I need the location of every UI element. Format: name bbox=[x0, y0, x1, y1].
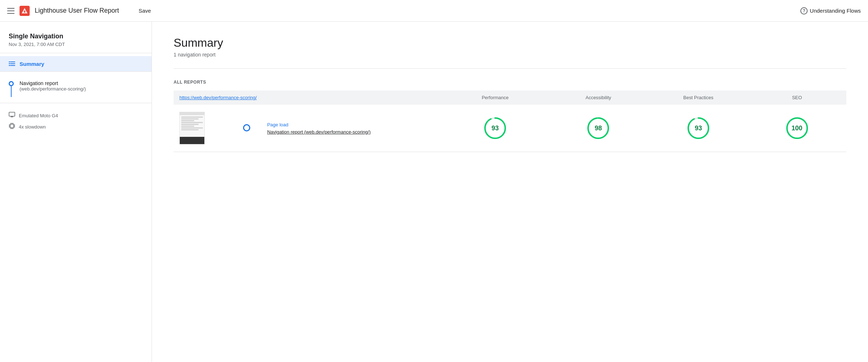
sidebar-item-summary[interactable]: Summary bbox=[0, 56, 152, 71]
nav-item-text: Navigation report (web.dev/performance-s… bbox=[20, 80, 86, 92]
sidebar-date: Nov 3, 2021, 7:00 AM CDT bbox=[0, 41, 152, 53]
sidebar-section-title: Single Navigation bbox=[0, 29, 152, 41]
url-header: https://web.dev/performance-scoring/ bbox=[174, 90, 443, 105]
help-icon: ? bbox=[800, 7, 808, 14]
list-icon bbox=[9, 60, 15, 67]
nav-pin bbox=[9, 80, 14, 97]
performance-score-cell: 93 bbox=[443, 105, 548, 152]
device-item-slowdown: 4x slowdown bbox=[9, 123, 143, 131]
svg-rect-8 bbox=[9, 112, 15, 116]
slowdown-label: 4x slowdown bbox=[19, 124, 46, 130]
best-practices-score-cell: 93 bbox=[649, 105, 748, 152]
report-type: Page load bbox=[267, 122, 437, 127]
performance-header: Performance bbox=[443, 90, 548, 105]
emulated-device-label: Emulated Moto G4 bbox=[19, 113, 58, 118]
seo-header: SEO bbox=[748, 90, 846, 105]
summary-main-title: Summary bbox=[174, 36, 846, 50]
sidebar-item-nav-report[interactable]: Navigation report (web.dev/performance-s… bbox=[0, 75, 152, 103]
nav-type-circle bbox=[243, 124, 250, 131]
report-url-link[interactable]: Navigation report (web.dev/performance-s… bbox=[267, 129, 371, 135]
hamburger-menu-icon[interactable] bbox=[7, 8, 14, 14]
understanding-flows-link[interactable]: ? Understanding Flows bbox=[800, 7, 861, 14]
nav-circle-cell bbox=[232, 105, 261, 152]
nav-item-label: Navigation report bbox=[20, 80, 86, 86]
reports-table-body: Page load Navigation report (web.dev/per… bbox=[174, 105, 846, 152]
sidebar-divider-1 bbox=[0, 53, 152, 53]
summary-label: Summary bbox=[20, 61, 44, 67]
best-practices-score-circle: 93 bbox=[687, 117, 710, 140]
best-practices-header: Best Practices bbox=[649, 90, 748, 105]
nav-item-sub: (web.dev/performance-scoring/) bbox=[20, 86, 86, 92]
table-row: Page load Navigation report (web.dev/per… bbox=[174, 105, 846, 152]
sidebar-device-section: Emulated Moto G4 bbox=[0, 106, 152, 136]
cpu-icon bbox=[9, 123, 15, 131]
accessibility-header: Accessibility bbox=[548, 90, 649, 105]
svg-rect-1 bbox=[24, 10, 25, 13]
sidebar-divider-3 bbox=[0, 103, 152, 103]
summary-subtitle: 1 navigation report bbox=[174, 52, 846, 58]
main-content: Summary 1 navigation report ALL REPORTS … bbox=[152, 22, 868, 362]
summary-header: Summary 1 navigation report bbox=[174, 36, 846, 58]
pin-line bbox=[11, 86, 12, 97]
accessibility-score-cell: 98 bbox=[548, 105, 649, 152]
performance-score-value: 93 bbox=[492, 125, 499, 132]
report-info-cell: Page load Navigation report (web.dev/per… bbox=[261, 105, 443, 152]
sidebar-divider-2 bbox=[0, 71, 152, 72]
reports-table-header: https://web.dev/performance-scoring/ Per… bbox=[174, 90, 846, 105]
topbar-left: Lighthouse User Flow Report Save bbox=[7, 5, 154, 16]
topbar: Lighthouse User Flow Report Save ? Under… bbox=[0, 0, 868, 22]
save-button[interactable]: Save bbox=[135, 5, 154, 16]
svg-rect-11 bbox=[10, 124, 14, 128]
monitor-icon bbox=[9, 112, 15, 119]
url-header-link[interactable]: https://web.dev/performance-scoring/ bbox=[179, 95, 257, 100]
pin-circle bbox=[9, 81, 14, 86]
main-layout: Single Navigation Nov 3, 2021, 7:00 AM C… bbox=[0, 22, 868, 362]
app-title: Lighthouse User Flow Report bbox=[35, 7, 119, 14]
accessibility-score-value: 98 bbox=[595, 125, 602, 132]
page-thumbnail bbox=[179, 112, 205, 144]
device-item-emulated: Emulated Moto G4 bbox=[9, 112, 143, 119]
seo-score-circle: 100 bbox=[786, 117, 809, 140]
thumbnail-cell bbox=[174, 105, 232, 152]
reports-table: https://web.dev/performance-scoring/ Per… bbox=[174, 90, 846, 152]
best-practices-score-value: 93 bbox=[695, 125, 702, 132]
all-reports-label: ALL REPORTS bbox=[174, 80, 846, 85]
lighthouse-logo bbox=[20, 6, 30, 16]
main-divider bbox=[174, 68, 846, 69]
seo-score-value: 100 bbox=[792, 125, 803, 132]
performance-score-circle: 93 bbox=[484, 117, 507, 140]
seo-score-cell: 100 bbox=[748, 105, 846, 152]
accessibility-score-circle: 98 bbox=[587, 117, 610, 140]
sidebar: Single Navigation Nov 3, 2021, 7:00 AM C… bbox=[0, 22, 152, 362]
